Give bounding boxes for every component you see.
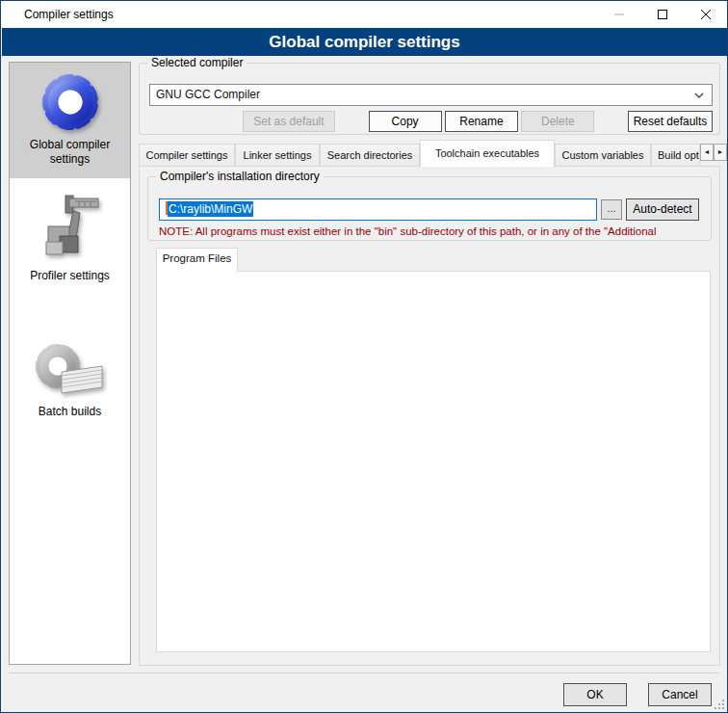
sidebar-item-batch-builds[interactable]: Batch builds bbox=[10, 306, 130, 427]
compiler-select-value: GNU GCC Compiler bbox=[156, 88, 260, 101]
ellipsis-icon: ... bbox=[607, 202, 615, 214]
cancel-button[interactable]: Cancel bbox=[648, 683, 712, 706]
tab-build-options[interactable]: Build options bbox=[651, 144, 700, 167]
resize-grip[interactable] bbox=[715, 700, 724, 709]
subtab-program-files[interactable]: Program Files bbox=[156, 248, 238, 272]
tab-search-directories[interactable]: Search directories bbox=[320, 144, 420, 167]
batch-builds-icon bbox=[33, 339, 108, 403]
sidebar-item-global-compiler-settings[interactable]: Global compiler settings bbox=[10, 63, 130, 178]
installation-directory-input[interactable]: C:\raylib\MinGW bbox=[159, 198, 597, 221]
caliper-icon bbox=[37, 190, 104, 267]
arrow-left-icon: ◄ bbox=[704, 148, 711, 155]
page-title: Global compiler settings bbox=[2, 28, 727, 56]
arrow-right-icon: ► bbox=[717, 148, 724, 155]
installation-directory-value: C:\raylib\MinGW bbox=[168, 201, 253, 217]
tab-toolchain-executables[interactable]: Toolchain executables bbox=[420, 140, 555, 167]
window-title: Compiler settings bbox=[24, 8, 114, 21]
set-as-default-button: Set as default bbox=[243, 111, 335, 132]
browse-directory-button[interactable]: ... bbox=[601, 199, 622, 220]
gear-icon bbox=[37, 68, 104, 136]
tab-compiler-settings[interactable]: Compiler settings bbox=[139, 144, 235, 167]
ok-button[interactable]: OK bbox=[563, 683, 627, 706]
reset-defaults-button[interactable]: Reset defaults bbox=[628, 111, 713, 132]
auto-detect-button[interactable]: Auto-detect bbox=[626, 198, 699, 221]
compiler-select[interactable]: GNU GCC Compiler bbox=[149, 84, 713, 106]
sidebar-item-label: Global compiler settings bbox=[10, 136, 130, 174]
footer-divider bbox=[9, 673, 719, 673]
copy-button[interactable]: Copy bbox=[369, 111, 442, 132]
sidebar-item-label: Profiler settings bbox=[10, 267, 130, 291]
settings-category-list: Global compiler settings Profiler settin… bbox=[9, 62, 131, 665]
maximize-icon bbox=[658, 10, 667, 19]
tab-linker-settings[interactable]: Linker settings bbox=[235, 144, 320, 167]
close-icon bbox=[701, 10, 711, 19]
title-bar: Compiler settings bbox=[1, 1, 727, 28]
delete-button: Delete bbox=[521, 111, 594, 132]
installation-directory-group: Compiler's installation directory C:\ray… bbox=[147, 176, 712, 241]
tab-scroll-left-button[interactable]: ◄ bbox=[700, 144, 714, 161]
selected-compiler-group: Selected compiler GNU GCC Compiler Set a… bbox=[139, 63, 720, 135]
sidebar-item-label: Batch builds bbox=[10, 403, 130, 427]
tab-custom-variables[interactable]: Custom variables bbox=[555, 144, 651, 167]
tab-scroll-right-button[interactable]: ► bbox=[714, 144, 727, 161]
compiler-settings-dialog: Compiler settings Global compiler settin… bbox=[0, 0, 728, 713]
minimize-button[interactable] bbox=[597, 1, 640, 28]
rename-button[interactable]: Rename bbox=[445, 111, 518, 132]
minimize-icon bbox=[614, 10, 624, 19]
installation-directory-group-label: Compiler's installation directory bbox=[156, 170, 324, 183]
sidebar-item-profiler-settings[interactable]: Profiler settings bbox=[10, 178, 130, 306]
selected-compiler-group-label: Selected compiler bbox=[147, 56, 247, 69]
close-button[interactable] bbox=[684, 1, 727, 28]
maximize-button[interactable] bbox=[640, 1, 684, 28]
bin-subdirectory-note: NOTE: All programs must exist either in … bbox=[159, 225, 708, 237]
program-files-page bbox=[156, 271, 711, 652]
chevron-down-icon bbox=[694, 92, 704, 98]
